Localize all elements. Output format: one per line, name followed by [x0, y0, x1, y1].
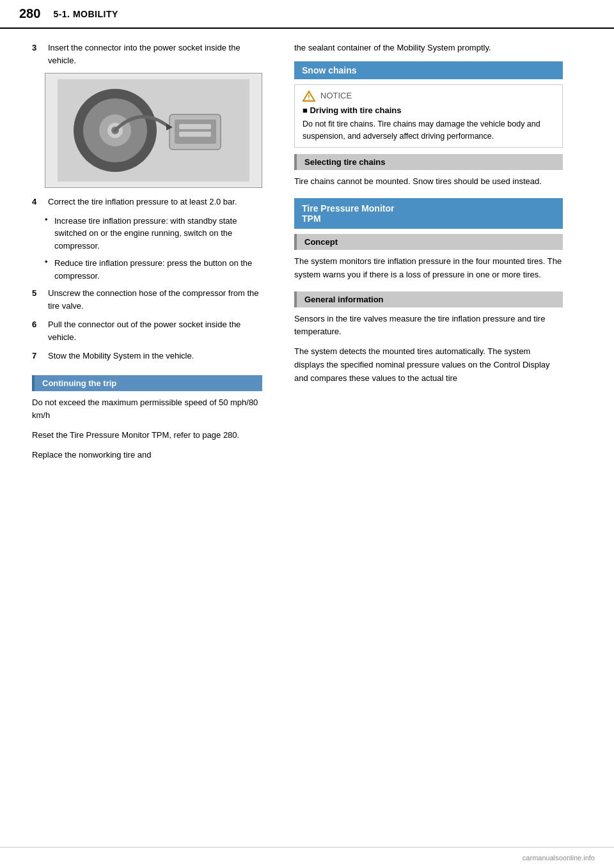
- driving-chains-header: Driving with tire chains: [303, 105, 555, 115]
- bullet-1-dot: •: [45, 215, 54, 252]
- notice-label: NOTICE: [320, 91, 352, 100]
- concept-header: Concept: [294, 234, 563, 250]
- page-number: 280: [19, 6, 40, 21]
- left-column: 3 Insert the connector into the power so…: [0, 42, 281, 834]
- general-info-text-1: Sensors in the tire valves measure the t…: [294, 313, 563, 339]
- connector-illustration: [45, 73, 262, 188]
- continuing-trip-text-1: Do not exceed the maximum permissible sp…: [32, 396, 262, 423]
- tpm-header-line2: TPM: [302, 213, 321, 224]
- step-3-text: Insert the connector into the power sock…: [48, 42, 262, 66]
- step-7-number: 7: [32, 350, 45, 362]
- tpm-section: Tire Pressure Monitor TPM Concept The sy…: [294, 198, 563, 385]
- right-column: the sealant container of the Mobility Sy…: [281, 42, 588, 834]
- driving-chains-text: Do not fit tire chains. Tire chains may …: [303, 118, 555, 143]
- content-area: 3 Insert the connector into the power so…: [0, 29, 614, 847]
- continuing-trip-header: Continuing the trip: [32, 375, 262, 391]
- general-info-header: General information: [294, 291, 563, 307]
- selecting-tire-chains-header: Selecting tire chains: [294, 154, 563, 170]
- warning-triangle-icon: !: [303, 90, 315, 102]
- step-6-text: Pull the connector out of the power sock…: [48, 318, 262, 343]
- footer-logo: carmanualsoonline.info: [523, 854, 595, 862]
- bullet-1: • Increase tire inflation pressure: with…: [32, 215, 262, 252]
- snow-chains-header: Snow chains: [294, 61, 563, 79]
- step-3: 3 Insert the connector into the power so…: [32, 42, 262, 66]
- bullet-2: • Reduce tire inflation pressure: press …: [32, 257, 262, 282]
- notice-box: ! NOTICE Driving with tire chains Do not…: [294, 84, 563, 148]
- page-container: 280 5-1. MOBILITY 3 Insert the connector…: [0, 0, 614, 868]
- step-3-number: 3: [32, 42, 45, 66]
- page-header: 280 5-1. MOBILITY: [0, 0, 614, 29]
- bullet-2-text: Reduce tire inflation pressure: press th…: [54, 257, 262, 282]
- step-5-text: Unscrew the connection hose of the compr…: [48, 287, 262, 312]
- selecting-tire-chains-text: Tire chains cannot be mounted. Snow tire…: [294, 175, 563, 189]
- svg-rect-9: [179, 132, 211, 137]
- step-6-number: 6: [32, 318, 45, 343]
- step-5-number: 5: [32, 287, 45, 312]
- step-4-number: 4: [32, 196, 45, 208]
- step-4-text: Correct the tire inflation pressure to a…: [48, 196, 237, 208]
- tpm-header-line1: Tire Pressure Monitor: [302, 203, 394, 213]
- step-4: 4 Correct the tire inflation pressure to…: [32, 196, 262, 208]
- snow-chains-section: Snow chains ! NOTICE Driving with tire c…: [294, 61, 563, 189]
- continuing-trip-text-3: Replace the nonworking tire and: [32, 449, 262, 462]
- page-title: 5-1. MOBILITY: [53, 9, 118, 19]
- bullet-1-text: Increase tire inflation pressure: with s…: [54, 215, 262, 252]
- concept-text: The system monitors tire inflation press…: [294, 255, 563, 282]
- step-7: 7 Stow the Mobility System in the vehicl…: [32, 350, 262, 362]
- step-5: 5 Unscrew the connection hose of the com…: [32, 287, 262, 312]
- tpm-header: Tire Pressure Monitor TPM: [294, 198, 563, 229]
- svg-text:!: !: [308, 94, 310, 101]
- svg-rect-8: [179, 124, 211, 129]
- step-7-text: Stow the Mobility System in the vehicle.: [48, 350, 194, 362]
- continuing-trip-continued: the sealant container of the Mobility Sy…: [294, 42, 563, 55]
- page-footer: carmanualsoonline.info: [0, 847, 614, 868]
- bullet-2-dot: •: [45, 257, 54, 282]
- general-info-text-2: The system detects the mounted tires aut…: [294, 345, 563, 385]
- continuing-trip-text-2: Reset the Tire Pressure Monitor TPM, ref…: [32, 429, 262, 442]
- notice-header: ! NOTICE: [303, 90, 555, 102]
- step-6: 6 Pull the connector out of the power so…: [32, 318, 262, 343]
